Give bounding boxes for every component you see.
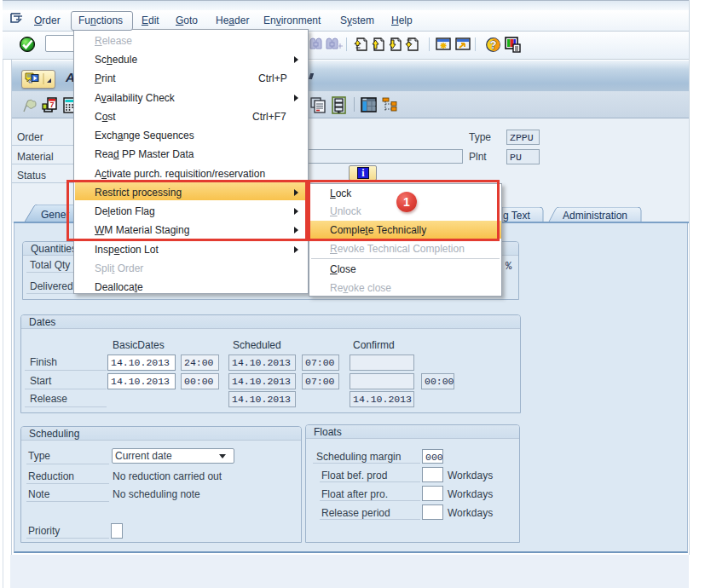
svg-text:Administration: Administration xyxy=(563,210,627,222)
svg-text:7: 7 xyxy=(49,101,54,109)
svg-text:Gener: Gener xyxy=(41,209,69,221)
svg-text:g Text: g Text xyxy=(503,210,530,222)
svg-text:?: ? xyxy=(490,38,497,51)
